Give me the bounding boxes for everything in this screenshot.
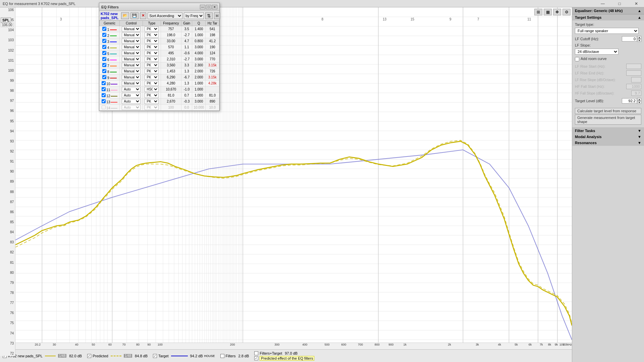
- filter-freq-cell[interactable]: 757: [161, 26, 181, 32]
- filter-control-select[interactable]: ManualAuto: [122, 45, 141, 50]
- hf-fall-slope-input[interactable]: [631, 90, 641, 96]
- filter-freq-cell[interactable]: 10,670: [161, 86, 181, 93]
- legend-predicted-effect-checkbox[interactable]: [254, 356, 258, 360]
- sort-icon-btn[interactable]: ⇅: [205, 12, 213, 19]
- move-icon-btn[interactable]: ✥: [553, 9, 561, 15]
- filter-type-select[interactable]: PKHSQLSQLPHPLSHS: [145, 45, 159, 50]
- filter-enabled-checkbox[interactable]: [102, 93, 106, 97]
- filter-q-cell[interactable]: 1.000: [192, 93, 206, 99]
- filter-freq-cell[interactable]: 3,560: [161, 62, 181, 68]
- filter-q-cell[interactable]: 1.000: [192, 86, 206, 93]
- filter-gain-cell[interactable]: -1.0: [181, 86, 192, 93]
- filter-type-select[interactable]: PKHSQLSQLPHPLSHS: [145, 39, 159, 44]
- filter-gain-cell[interactable]: 3.5: [181, 26, 192, 32]
- filter-type-select[interactable]: PKHSQLSQLPHPLSHS: [145, 33, 159, 38]
- filter-gain-cell[interactable]: -2.7: [181, 56, 192, 62]
- filter-q-cell[interactable]: 10.000: [192, 105, 206, 111]
- filter-control-select[interactable]: ManualAuto: [122, 105, 141, 110]
- filter-enabled-checkbox[interactable]: [102, 57, 106, 61]
- filter-gain-cell[interactable]: 3.3: [181, 62, 192, 68]
- filter-q-cell[interactable]: 1.000: [192, 80, 206, 86]
- eq-filters-delete-btn[interactable]: ✕: [140, 12, 146, 19]
- filter-type-select[interactable]: PKHSQLSQLPHPLSHS: [145, 99, 159, 104]
- filter-enabled-checkbox[interactable]: [102, 87, 106, 91]
- lf-slope-select[interactable]: 24 dB/octave: [575, 49, 619, 55]
- eq-filters-open-btn[interactable]: 📂: [121, 12, 129, 19]
- filter-q-cell[interactable]: 0.800: [192, 38, 206, 44]
- filter-control-select[interactable]: ManualAuto: [122, 57, 141, 62]
- legend-filters-target-checkbox[interactable]: [254, 351, 258, 355]
- filter-freq-cell[interactable]: 198.0: [161, 32, 181, 38]
- filter-q-cell[interactable]: 1.000: [192, 32, 206, 38]
- resonances-collapse-icon[interactable]: ▼: [638, 141, 641, 145]
- target-level-input[interactable]: [622, 98, 637, 104]
- modal-analysis-collapse-icon[interactable]: ▼: [638, 135, 641, 139]
- filter-freq-cell[interactable]: 570: [161, 44, 181, 50]
- minimize-button[interactable]: —: [595, 0, 610, 7]
- filter-q-cell[interactable]: 2.300: [192, 62, 206, 68]
- settings-icon-btn[interactable]: ⚙: [562, 9, 571, 15]
- filter-gain-cell[interactable]: -0.6: [181, 50, 192, 56]
- filter-gain-cell[interactable]: 1.1: [181, 44, 192, 50]
- filter-control-select[interactable]: ManualAuto: [122, 87, 141, 92]
- filter-enabled-checkbox[interactable]: [102, 51, 106, 55]
- eq-filters-maximize[interactable]: □: [206, 5, 211, 9]
- filter-gain-cell[interactable]: 0.7: [181, 93, 192, 99]
- legend-target-checkbox[interactable]: [153, 354, 157, 358]
- filter-control-select[interactable]: ManualAuto: [122, 93, 141, 98]
- filter-control-select[interactable]: ManualAuto: [122, 75, 141, 80]
- filter-freq-cell[interactable]: 2,310: [161, 56, 181, 62]
- filter-control-select[interactable]: ManualAuto: [122, 63, 141, 68]
- filter-q-cell[interactable]: 2.000: [192, 74, 206, 80]
- legend-predicted-checkbox[interactable]: [87, 354, 91, 358]
- filter-enabled-checkbox[interactable]: [102, 99, 106, 103]
- lf-cutoff-down[interactable]: ▼: [637, 39, 641, 42]
- filter-gain-cell[interactable]: -2.7: [181, 32, 192, 38]
- filter-enabled-checkbox[interactable]: [102, 33, 106, 37]
- filter-control-select[interactable]: ManualAuto: [122, 39, 141, 44]
- eq-filters-close[interactable]: ✕: [212, 5, 217, 9]
- filter-q-cell[interactable]: 2.000: [192, 68, 206, 74]
- filter-type-select[interactable]: PKHSQLSQLPHPLSHS: [145, 51, 159, 56]
- filter-control-select[interactable]: ManualAuto: [122, 26, 141, 32]
- filter-type-select[interactable]: PKHSQLSQLPHPLSHS: [145, 57, 159, 62]
- hf-fall-start-input[interactable]: [626, 84, 641, 89]
- filter-gain-cell[interactable]: 0.0: [181, 105, 192, 111]
- bar-icon-btn[interactable]: ▦: [544, 9, 552, 15]
- close-button[interactable]: ✕: [629, 0, 644, 7]
- filter-q-cell[interactable]: 3.000: [192, 56, 206, 62]
- filter-type-select[interactable]: PKHSQLSQLPHPLSHS: [145, 75, 159, 80]
- filter-enabled-checkbox[interactable]: [102, 81, 106, 85]
- legend-filters-checkbox[interactable]: [220, 354, 224, 358]
- lf-cutoff-input[interactable]: [622, 36, 637, 42]
- lf-rise-start-input[interactable]: [626, 64, 641, 69]
- filter-gain-cell[interactable]: 4.7: [181, 38, 192, 44]
- filter-gain-cell[interactable]: 1.3: [181, 80, 192, 86]
- lf-rise-slope-input[interactable]: [631, 77, 641, 82]
- gen-meas-btn[interactable]: Generate measurement from target shape: [575, 115, 641, 125]
- filter-enabled-checkbox[interactable]: [102, 69, 106, 73]
- filter-freq-cell[interactable]: 6,290: [161, 74, 181, 80]
- filter-control-select[interactable]: ManualAuto: [122, 33, 141, 38]
- filter-gain-cell[interactable]: 1.3: [181, 68, 192, 74]
- filter-freq-cell[interactable]: 4,280: [161, 80, 181, 86]
- filter-enabled-checkbox[interactable]: [102, 63, 106, 67]
- filter-type-select[interactable]: PKHSQLSQLPHPLSHS: [145, 69, 159, 74]
- eq-filters-minimize[interactable]: —: [200, 5, 205, 9]
- sort-select[interactable]: Sort Ascending Sort Descending: [148, 12, 182, 19]
- filter-type-select[interactable]: PKHSQLSQLPHPLSHS: [145, 26, 159, 32]
- target-type-select[interactable]: Full range speaker: [575, 28, 639, 34]
- filter-enabled-checkbox[interactable]: [102, 39, 106, 43]
- filter-freq-cell[interactable]: 100: [161, 105, 181, 111]
- filter-q-cell[interactable]: 1.400: [192, 26, 206, 32]
- sort-by-select[interactable]: by Freq by Gain: [184, 12, 204, 19]
- filter-q-cell[interactable]: 3.000: [192, 99, 206, 105]
- filter-freq-cell[interactable]: 2,670: [161, 99, 181, 105]
- target-settings-header[interactable]: Target Settings ▲: [572, 14, 644, 20]
- filter-enabled-checkbox[interactable]: [102, 45, 106, 49]
- lf-rise-end-input[interactable]: [626, 70, 641, 76]
- modal-analysis-header[interactable]: Modal Analysis ▼: [572, 134, 644, 140]
- target-level-up[interactable]: ▲: [637, 98, 641, 101]
- right-panel-collapse-icon[interactable]: ▲: [638, 9, 641, 13]
- filter-control-select[interactable]: ManualAuto: [122, 51, 141, 56]
